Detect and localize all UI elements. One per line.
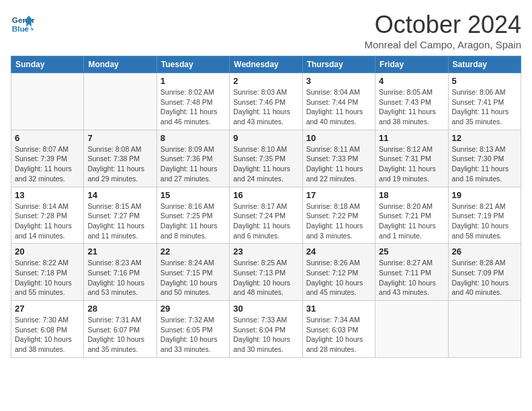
calendar-cell: 15Sunrise: 8:16 AM Sunset: 7:25 PM Dayli… [157,187,229,244]
calendar-cell: 18Sunrise: 8:20 AM Sunset: 7:21 PM Dayli… [375,187,448,244]
day-number: 6 [15,133,80,143]
day-info: Sunrise: 8:17 AM Sunset: 7:24 PM Dayligh… [233,201,298,241]
calendar-table: SundayMondayTuesdayWednesdayThursdayFrid… [11,56,521,358]
calendar-cell: 10Sunrise: 8:11 AM Sunset: 7:33 PM Dayli… [302,130,375,187]
day-number: 27 [15,304,80,314]
calendar-cell: 11Sunrise: 8:12 AM Sunset: 7:31 PM Dayli… [375,130,448,187]
day-number: 12 [452,133,517,143]
day-info: Sunrise: 8:11 AM Sunset: 7:33 PM Dayligh… [306,144,371,184]
day-info: Sunrise: 8:26 AM Sunset: 7:12 PM Dayligh… [306,258,371,298]
day-info: Sunrise: 8:24 AM Sunset: 7:15 PM Dayligh… [161,258,226,298]
calendar-cell: 22Sunrise: 8:24 AM Sunset: 7:15 PM Dayli… [157,244,229,301]
calendar-cell: 26Sunrise: 8:28 AM Sunset: 7:09 PM Dayli… [448,244,521,301]
month-title: October 2024 [365,11,521,39]
day-number: 31 [306,304,371,314]
week-row-3: 13Sunrise: 8:14 AM Sunset: 7:28 PM Dayli… [11,187,521,244]
day-number: 2 [233,76,298,86]
calendar-cell: 31Sunrise: 7:34 AM Sunset: 6:03 PM Dayli… [302,301,375,358]
day-info: Sunrise: 8:02 AM Sunset: 7:48 PM Dayligh… [161,87,226,127]
day-number: 30 [233,304,298,314]
calendar-cell: 7Sunrise: 8:08 AM Sunset: 7:38 PM Daylig… [84,130,157,187]
day-number: 25 [379,246,444,257]
calendar-cell [11,73,84,130]
day-number: 14 [87,190,152,200]
day-info: Sunrise: 7:30 AM Sunset: 6:08 PM Dayligh… [15,315,80,355]
day-number: 4 [379,76,444,86]
day-number: 11 [379,133,444,143]
day-header-tuesday: Tuesday [157,56,229,73]
calendar-cell: 8Sunrise: 8:09 AM Sunset: 7:36 PM Daylig… [157,130,229,187]
day-number: 3 [306,76,371,86]
calendar-cell: 21Sunrise: 8:23 AM Sunset: 7:16 PM Dayli… [84,244,157,301]
days-header-row: SundayMondayTuesdayWednesdayThursdayFrid… [11,56,521,73]
title-area: October 2024 Monreal del Campo, Aragon, … [365,11,521,50]
day-number: 21 [87,246,152,257]
calendar-cell: 1Sunrise: 8:02 AM Sunset: 7:48 PM Daylig… [157,73,229,130]
day-info: Sunrise: 8:13 AM Sunset: 7:30 PM Dayligh… [452,144,517,184]
day-info: Sunrise: 8:06 AM Sunset: 7:41 PM Dayligh… [452,87,517,127]
day-header-wednesday: Wednesday [230,56,302,73]
day-info: Sunrise: 7:33 AM Sunset: 6:04 PM Dayligh… [233,315,298,355]
day-info: Sunrise: 8:22 AM Sunset: 7:18 PM Dayligh… [15,258,80,298]
day-number: 1 [161,76,226,86]
week-row-2: 6Sunrise: 8:07 AM Sunset: 7:39 PM Daylig… [11,130,521,187]
calendar-cell: 2Sunrise: 8:03 AM Sunset: 7:46 PM Daylig… [230,73,302,130]
day-header-monday: Monday [84,56,157,73]
day-info: Sunrise: 8:16 AM Sunset: 7:25 PM Dayligh… [161,201,226,241]
day-info: Sunrise: 8:09 AM Sunset: 7:36 PM Dayligh… [161,144,226,184]
day-number: 17 [306,190,371,200]
calendar-cell: 23Sunrise: 8:25 AM Sunset: 7:13 PM Dayli… [230,244,302,301]
day-header-saturday: Saturday [448,56,521,73]
calendar-cell: 6Sunrise: 8:07 AM Sunset: 7:39 PM Daylig… [11,130,84,187]
day-info: Sunrise: 8:12 AM Sunset: 7:31 PM Dayligh… [379,144,444,184]
week-row-4: 20Sunrise: 8:22 AM Sunset: 7:18 PM Dayli… [11,244,521,301]
calendar-cell [448,301,521,358]
day-info: Sunrise: 8:05 AM Sunset: 7:43 PM Dayligh… [379,87,444,127]
day-number: 28 [87,304,152,314]
day-info: Sunrise: 8:27 AM Sunset: 7:11 PM Dayligh… [379,258,444,298]
day-number: 9 [233,133,298,143]
day-number: 5 [452,76,517,86]
day-number: 22 [161,246,226,257]
calendar-cell: 30Sunrise: 7:33 AM Sunset: 6:04 PM Dayli… [230,301,302,358]
day-info: Sunrise: 8:28 AM Sunset: 7:09 PM Dayligh… [452,258,517,298]
day-info: Sunrise: 8:10 AM Sunset: 7:35 PM Dayligh… [233,144,298,184]
calendar-cell: 17Sunrise: 8:18 AM Sunset: 7:22 PM Dayli… [302,187,375,244]
day-header-sunday: Sunday [11,56,84,73]
calendar-cell [84,73,157,130]
calendar-cell: 12Sunrise: 8:13 AM Sunset: 7:30 PM Dayli… [448,130,521,187]
day-number: 16 [233,190,298,200]
day-info: Sunrise: 8:18 AM Sunset: 7:22 PM Dayligh… [306,201,371,241]
day-info: Sunrise: 8:21 AM Sunset: 7:19 PM Dayligh… [452,201,517,241]
location-title: Monreal del Campo, Aragon, Spain [365,39,521,50]
week-row-1: 1Sunrise: 8:02 AM Sunset: 7:48 PM Daylig… [11,73,521,130]
day-number: 29 [161,304,226,314]
day-number: 24 [306,246,371,257]
calendar-cell: 27Sunrise: 7:30 AM Sunset: 6:08 PM Dayli… [11,301,84,358]
day-info: Sunrise: 8:03 AM Sunset: 7:46 PM Dayligh… [233,87,298,127]
calendar-cell [375,301,448,358]
day-info: Sunrise: 8:25 AM Sunset: 7:13 PM Dayligh… [233,258,298,298]
day-info: Sunrise: 8:15 AM Sunset: 7:27 PM Dayligh… [87,201,152,241]
calendar-cell: 20Sunrise: 8:22 AM Sunset: 7:18 PM Dayli… [11,244,84,301]
day-number: 19 [452,190,517,200]
day-number: 23 [233,246,298,257]
day-number: 8 [161,133,226,143]
calendar-cell: 9Sunrise: 8:10 AM Sunset: 7:35 PM Daylig… [230,130,302,187]
calendar-cell: 25Sunrise: 8:27 AM Sunset: 7:11 PM Dayli… [375,244,448,301]
calendar-cell: 16Sunrise: 8:17 AM Sunset: 7:24 PM Dayli… [230,187,302,244]
day-info: Sunrise: 8:07 AM Sunset: 7:39 PM Dayligh… [15,144,80,184]
day-info: Sunrise: 8:20 AM Sunset: 7:21 PM Dayligh… [379,201,444,241]
day-info: Sunrise: 7:31 AM Sunset: 6:07 PM Dayligh… [87,315,152,355]
day-number: 13 [15,190,80,200]
logo-icon: General Blue [11,11,35,35]
day-info: Sunrise: 8:04 AM Sunset: 7:44 PM Dayligh… [306,87,371,127]
calendar-cell: 28Sunrise: 7:31 AM Sunset: 6:07 PM Dayli… [84,301,157,358]
calendar-cell: 4Sunrise: 8:05 AM Sunset: 7:43 PM Daylig… [375,73,448,130]
day-header-thursday: Thursday [302,56,375,73]
day-number: 18 [379,190,444,200]
calendar-cell: 3Sunrise: 8:04 AM Sunset: 7:44 PM Daylig… [302,73,375,130]
calendar-cell: 5Sunrise: 8:06 AM Sunset: 7:41 PM Daylig… [448,73,521,130]
day-info: Sunrise: 7:32 AM Sunset: 6:05 PM Dayligh… [161,315,226,355]
day-header-friday: Friday [375,56,448,73]
